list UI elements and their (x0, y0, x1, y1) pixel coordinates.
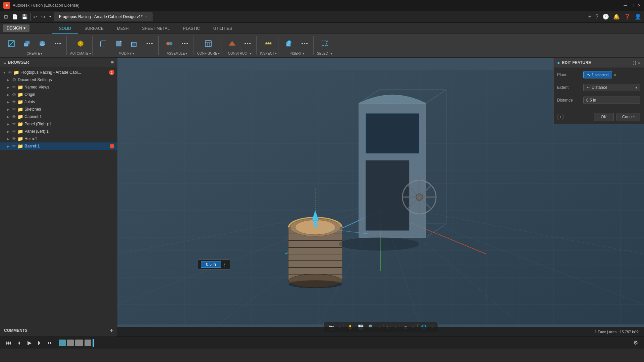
tab-close-icon[interactable]: × (145, 15, 147, 18)
tree-item-sketches[interactable]: ▶ 👁 📁 Sketches (0, 106, 117, 113)
ef-close-button[interactable]: × (638, 60, 640, 65)
tree-root-item[interactable]: ▼ 👁 📁 Frogtopus Racing - Arcade Cabi... … (0, 69, 117, 76)
active-tab[interactable]: Frogtopus Racing - Arcade Cabinet Design… (54, 12, 153, 21)
root-toggle-icon[interactable]: ▼ (3, 71, 7, 74)
tab-utilities[interactable]: UTILITIES (207, 24, 239, 34)
construct-more-button[interactable] (240, 36, 255, 51)
configure-label[interactable]: CONFIGURE ▾ (197, 52, 220, 55)
browser-collapse-button[interactable]: « (3, 60, 6, 65)
maximize-button[interactable]: □ (631, 3, 634, 8)
doc-toggle[interactable]: ▶ (7, 78, 11, 82)
grid-menu-button[interactable]: ⊞ (3, 13, 9, 20)
question-button[interactable]: ❓ (624, 13, 631, 20)
create-more-button[interactable] (50, 36, 65, 51)
named-views-vis-icon[interactable]: 👁 (12, 85, 16, 89)
ef-cancel-button[interactable]: Cancel (616, 113, 640, 121)
sketches-vis-icon[interactable]: 👁 (12, 107, 16, 112)
insert-decal-button[interactable] (282, 36, 297, 51)
tab-plastic[interactable]: PLASTIC (176, 24, 207, 34)
tree-item-joints[interactable]: ▶ 👁 📁 Joints (0, 98, 117, 106)
create-revolve-button[interactable] (35, 36, 50, 51)
anim-prev-button[interactable]: ⏴ (15, 339, 24, 347)
construct-label[interactable]: CONSTRUCT ▾ (228, 52, 252, 55)
modify-more-button[interactable] (142, 36, 157, 51)
history-button[interactable]: 🕐 (602, 13, 609, 20)
ef-expand-button[interactable]: ⟩⟩ (633, 60, 636, 65)
modify-chamfer-button[interactable] (111, 36, 126, 51)
distance-input-field[interactable]: 0.5 in (201, 261, 221, 268)
viewport[interactable]: RIGHT TOP FRONT 0.5 in ⋮ 📷 ▾ ✋ 🔄 🔍 ▾ □ ▾… (117, 58, 644, 337)
notification-button[interactable]: 🔔 (613, 13, 620, 20)
select-label[interactable]: SELECT ▾ (317, 52, 332, 55)
panel-left-toggle[interactable]: ▶ (7, 130, 11, 133)
anim-forward-button[interactable]: ⏭ (46, 339, 55, 347)
assemble-more-button[interactable] (177, 36, 192, 51)
barrel-vis-icon[interactable]: 👁 (12, 144, 16, 148)
redo-dropdown-button[interactable]: ▾ (48, 14, 52, 19)
insert-more-button[interactable] (297, 36, 312, 51)
named-views-toggle[interactable]: ▶ (7, 85, 11, 89)
comments-add-button[interactable]: + (110, 327, 113, 334)
tree-item-panel-left[interactable]: ▶ 👁 📁 Panel (Left):1 (0, 128, 117, 135)
ef-info-button[interactable]: i (557, 114, 564, 120)
settings-button[interactable]: ⚙ (631, 339, 640, 347)
cabinet-vis-icon[interactable]: 👁 (12, 114, 16, 119)
tree-item-helm[interactable]: ▶ 👁 📁 Helm:1 (0, 135, 117, 142)
tab-surface[interactable]: SURFACE (78, 24, 110, 34)
undo-button[interactable]: ↩ (32, 13, 39, 20)
profile-button[interactable]: 👤 (635, 13, 641, 20)
tree-item-panel-right[interactable]: ▶ 👁 📁 Panel (Right):1 (0, 120, 117, 128)
browser-menu-button[interactable]: ≡ (111, 60, 114, 65)
select-button[interactable] (317, 36, 332, 51)
automate-label[interactable]: AUTOMATE ▾ (70, 52, 91, 55)
minimize-button[interactable]: ─ (624, 3, 627, 8)
inspect-label[interactable]: INSPECT ▾ (260, 52, 277, 55)
inspect-measure-button[interactable] (261, 36, 276, 51)
insert-label[interactable]: INSERT ▾ (289, 52, 304, 55)
create-sketch-button[interactable] (4, 36, 19, 51)
tree-item-barrel[interactable]: ▶ 👁 📁 Barrel:1 (0, 142, 117, 150)
joints-toggle[interactable]: ▶ (7, 100, 11, 104)
help-button[interactable]: ? (595, 14, 598, 20)
ef-distance-input[interactable] (583, 97, 640, 104)
tree-item-document-settings[interactable]: ▶ ⚙ Document Settings (0, 76, 117, 83)
tab-sheet-metal[interactable]: SHEET METAL (135, 24, 176, 34)
barrel-record-button[interactable] (110, 144, 114, 148)
tree-item-cabinet[interactable]: ▶ 👁 📁 Cabinet:1 (0, 113, 117, 120)
tree-item-named-views[interactable]: ▶ 👁 📁 Named Views (0, 83, 117, 91)
configure-table-button[interactable] (201, 36, 216, 51)
distance-menu-button[interactable]: ⋮ (222, 262, 227, 267)
cabinet-toggle[interactable]: ▶ (7, 115, 11, 119)
modify-label[interactable]: MODIFY ▾ (119, 52, 134, 55)
panel-right-toggle[interactable]: ▶ (7, 122, 11, 126)
anim-rewind-button[interactable]: ⏮ (4, 339, 13, 347)
automate-button[interactable]: A (73, 36, 88, 51)
close-button[interactable]: × (638, 3, 641, 8)
ef-selected-button[interactable]: ↖ 1 selected (583, 71, 612, 78)
create-extrude-button[interactable] (19, 36, 34, 51)
barrel-toggle[interactable]: ▶ (7, 144, 11, 148)
construct-plane-button[interactable] (225, 36, 239, 51)
sketches-toggle[interactable]: ▶ (7, 108, 11, 111)
ef-extent-dropdown[interactable]: ↔ Distance ▾ (583, 84, 640, 91)
save-button[interactable]: 💾 (20, 13, 29, 20)
root-visibility-icon[interactable]: 👁 (8, 70, 12, 75)
origin-toggle[interactable]: ▶ (7, 93, 11, 97)
file-button[interactable]: 📄 (11, 13, 19, 20)
tree-item-origin[interactable]: ▶ ⊘ 📁 Origin (0, 91, 117, 98)
create-label[interactable]: CREATE ▾ (27, 52, 43, 55)
helm-vis-icon[interactable]: 👁 (12, 136, 16, 141)
modify-shell-button[interactable] (127, 36, 142, 51)
ef-ok-button[interactable]: OK (594, 113, 613, 121)
anim-next-button[interactable]: ⏵ (35, 339, 44, 347)
ef-clear-plane-button[interactable]: × (613, 72, 616, 77)
design-mode-button[interactable]: DESIGN ▾ (3, 24, 30, 32)
tab-solid[interactable]: SOLID (52, 24, 78, 34)
anim-play-button[interactable]: ▶ (25, 339, 34, 347)
assemble-joint-button[interactable] (162, 36, 177, 51)
panel-left-vis-icon[interactable]: 👁 (12, 129, 16, 134)
joints-vis-icon[interactable]: 👁 (12, 100, 16, 104)
add-tab-button[interactable]: + (588, 14, 591, 20)
panel-right-vis-icon[interactable]: 👁 (12, 122, 16, 126)
assemble-label[interactable]: ASSEMBLE ▾ (167, 52, 187, 55)
